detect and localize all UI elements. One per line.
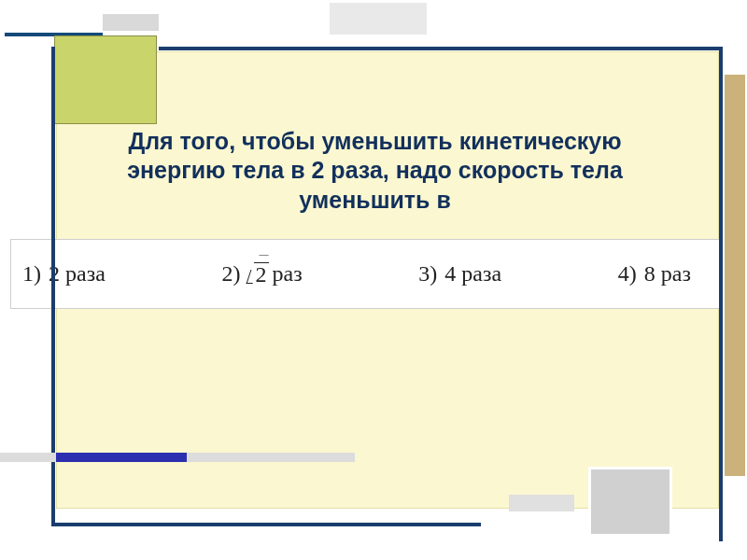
answer-3-prefix: 3): [418, 261, 437, 287]
sqrt-overbar: —: [260, 249, 269, 259]
decor-grey-small: [103, 14, 159, 31]
frame-bottom: [51, 523, 481, 526]
answer-2-suffix: раз: [273, 261, 303, 287]
slide-stage: Для того, чтобы уменьшить кинетическую э…: [0, 0, 747, 560]
answer-1-text: 2 раза: [49, 261, 106, 287]
answer-1-prefix: 1): [22, 261, 41, 287]
answer-option-1: 1) 2 раза: [22, 261, 106, 287]
decor-bottom-strip-blue: [56, 453, 187, 462]
decor-olive-square: [54, 35, 157, 124]
answer-option-3: 3) 4 раза: [418, 261, 501, 287]
frame-top-right: [159, 47, 719, 50]
answer-4-prefix: 4): [618, 261, 637, 287]
sqrt-base: 2: [254, 262, 269, 286]
decor-grey-box-top: [327, 0, 430, 37]
frame-left: [51, 47, 55, 523]
frame-right: [719, 47, 723, 541]
answer-strip: 1) 2 раза 2) — 2 раз 3) 4 раза 4) 8 раз: [10, 239, 720, 309]
decor-bottom-grey-box: [588, 467, 672, 537]
decor-bottom-grey-small: [509, 495, 574, 511]
answer-3-text: 4 раза: [444, 261, 501, 287]
decor-right-tan: [725, 75, 745, 476]
answer-option-4: 4) 8 раз: [618, 261, 691, 287]
answer-4-text: 8 раз: [644, 261, 691, 287]
question-text: Для того, чтобы уменьшить кинетическую э…: [36, 127, 713, 215]
question-line-1: Для того, чтобы уменьшить кинетическую: [128, 128, 621, 154]
question-line-3: уменьшить в: [299, 187, 451, 213]
answer-option-2: 2) — 2 раз: [222, 261, 303, 287]
answer-2-prefix: 2): [222, 261, 241, 287]
question-line-2: энергию тела в 2 раза, надо скорость тел…: [127, 157, 623, 183]
sqrt-icon: — 2: [248, 262, 269, 286]
